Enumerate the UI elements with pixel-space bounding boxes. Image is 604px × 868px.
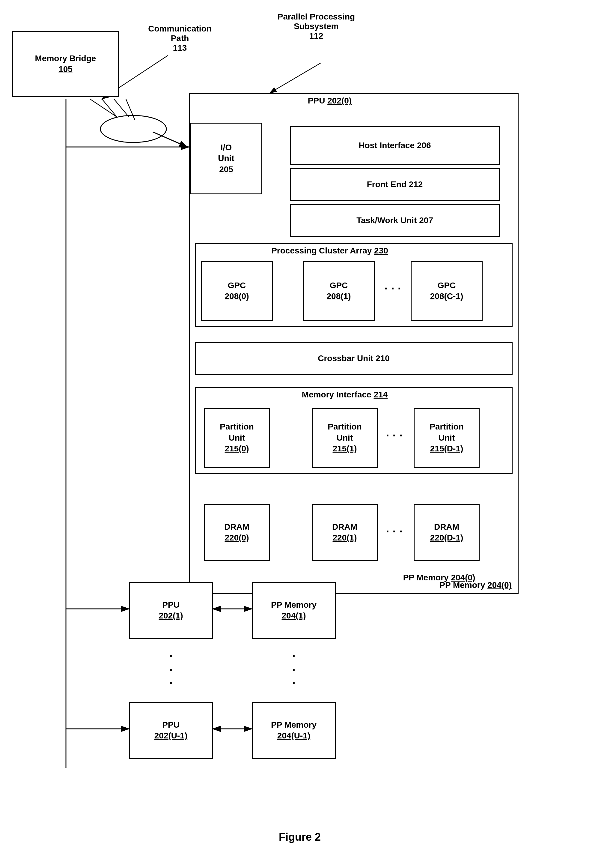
part0-box: PartitionUnit215(0)	[204, 408, 270, 468]
dram0-box: DRAM220(0)	[204, 504, 270, 561]
part1-box: PartitionUnit215(1)	[312, 408, 378, 468]
ppu1-box: PPU202(1)	[129, 582, 213, 639]
pp-memory1-label: PP Memory204(1)	[271, 600, 317, 622]
gpcC-box: GPC208(C-1)	[411, 261, 483, 321]
dramD-box: DRAM220(D-1)	[414, 504, 480, 561]
dram1-label: DRAM220(1)	[332, 522, 357, 544]
dram0-label: DRAM220(0)	[224, 522, 249, 544]
part1-label: PartitionUnit215(1)	[327, 422, 362, 454]
svg-point-40	[100, 115, 166, 143]
task-work-box: Task/Work Unit 207	[290, 204, 500, 237]
ppu-dots-1: ...	[129, 646, 213, 687]
host-interface-label: Host Interface 206	[358, 140, 431, 151]
host-interface-box: Host Interface 206	[290, 126, 500, 165]
figure-caption: Figure 2	[225, 831, 375, 843]
ppuU-box: PPU202(U-1)	[129, 702, 213, 759]
gpcC-label: GPC208(C-1)	[430, 280, 463, 302]
front-end-box: Front End 212	[290, 168, 500, 201]
crossbar-label: Crossbar Unit 210	[318, 353, 390, 364]
pp-memory1-box: PP Memory204(1)	[252, 582, 336, 639]
mem-interface-label: Memory Interface 214	[270, 390, 420, 400]
gpc0-box: GPC208(0)	[201, 261, 273, 321]
dramD-label: DRAM220(D-1)	[430, 522, 463, 544]
proc-cluster-label: Processing Cluster Array 230	[240, 246, 420, 256]
comm-path-label: CommunicationPath113	[147, 24, 213, 53]
front-end-label: Front End 212	[367, 179, 423, 190]
ppu-dots-2: ...	[252, 646, 336, 687]
task-work-label: Task/Work Unit 207	[357, 215, 433, 226]
io-unit-label: I/OUnit205	[218, 142, 234, 175]
gpc1-box: GPC208(1)	[303, 261, 375, 321]
ppuU-label: PPU202(U-1)	[154, 719, 187, 741]
diagram-container: Memory Bridge 105 CommunicationPath113 P…	[0, 0, 604, 868]
ppu0-label: PPU 202(0)	[270, 96, 390, 105]
pp-memoryU-label: PP Memory204(U-1)	[271, 719, 317, 741]
svg-line-39	[270, 63, 321, 93]
part0-label: PartitionUnit215(0)	[220, 422, 254, 454]
memory-bridge-label: Memory Bridge 105	[35, 53, 96, 75]
dram-dots: · · ·	[382, 525, 406, 538]
dram1-box: DRAM220(1)	[312, 504, 378, 561]
memory-bridge-box: Memory Bridge 105	[12, 31, 119, 97]
partD-box: PartitionUnit215(D-1)	[414, 408, 480, 468]
crossbar-box: Crossbar Unit 210	[195, 342, 513, 375]
io-unit-box: I/OUnit205	[190, 122, 262, 194]
ppu1-label: PPU202(1)	[159, 600, 183, 622]
parallel-subsystem-label: Parallel ProcessingSubsystem112	[264, 12, 369, 41]
partD-label: PartitionUnit215(D-1)	[429, 422, 464, 454]
bus-ellipse	[99, 114, 168, 144]
pp-memory0-text: PP Memory 204(0)	[375, 573, 504, 583]
gpc1-label: GPC208(1)	[327, 280, 351, 302]
gpc0-label: GPC208(0)	[225, 280, 249, 302]
gpc-dots: · · ·	[381, 282, 405, 295]
part-dots: · · ·	[382, 429, 406, 442]
pp-memoryU-box: PP Memory204(U-1)	[252, 702, 336, 759]
